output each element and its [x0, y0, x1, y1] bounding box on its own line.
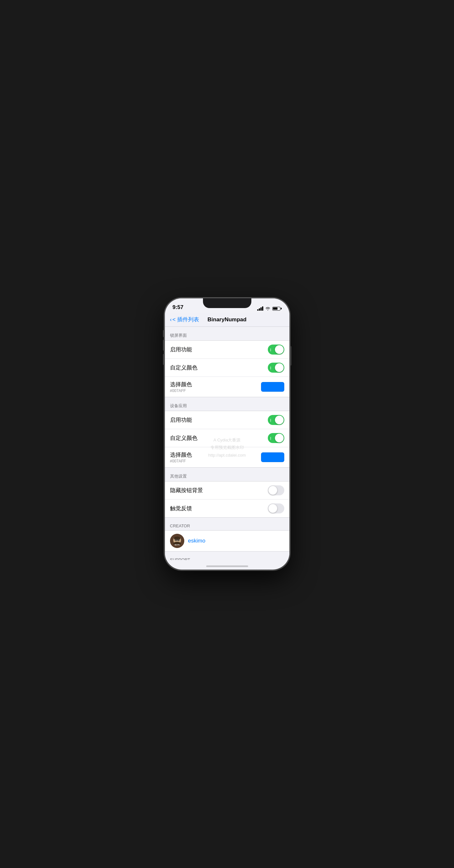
home-indicator [206, 565, 248, 567]
status-icons [257, 306, 282, 311]
lockscreen-custom-color-label: 自定义颜色 [170, 364, 197, 371]
lockscreen-color-picker-row[interactable]: 选择颜色 #007AFF [165, 377, 289, 397]
deviceapp-custom-color-toggle[interactable]: | [268, 433, 284, 443]
deviceapp-enable-toggle[interactable]: | [268, 415, 284, 425]
hide-button-bg-toggle[interactable] [268, 485, 284, 495]
wifi-icon [265, 307, 270, 311]
section-header-creator: CREATOR [165, 518, 289, 530]
deviceapp-color-label: 选择颜色 [170, 451, 192, 459]
lockscreen-settings-group: 启用功能 | 自定义颜色 | 选择颜色 #007A [165, 340, 289, 397]
deviceapp-enable-label: 启用功能 [170, 416, 192, 424]
page-title: BinaryNumpad [207, 316, 247, 323]
signal-icon [257, 306, 263, 311]
toggle-knob [275, 434, 284, 442]
deviceapp-color-label-wrap: 选择颜色 #007AFF [170, 451, 192, 463]
hide-button-bg-row: 隐藏按钮背景 [165, 482, 289, 500]
lockscreen-color-swatch[interactable] [261, 382, 284, 392]
section-header-lockscreen: 锁屏界面 [165, 327, 289, 340]
section-header-other: 其他设置 [165, 468, 289, 481]
creator-row[interactable]: $&!#% eskimo [165, 531, 289, 551]
lockscreen-enable-label: 启用功能 [170, 346, 192, 353]
deviceapp-settings-group: 启用功能 | 自定义颜色 | 选择颜色 #007A [165, 411, 289, 468]
section-header-deviceapp: 设备应用 [165, 397, 289, 411]
toggle-knob [275, 345, 284, 354]
deviceapp-custom-color-label: 自定义颜色 [170, 434, 197, 442]
haptic-feedback-row: 触觉反馈 [165, 500, 289, 517]
lockscreen-color-label-wrap: 选择颜色 #007AFF [170, 381, 192, 393]
creator-avatar: $&!#% [170, 534, 184, 548]
volume-down-button[interactable] [163, 354, 164, 365]
toggle-knob [268, 486, 277, 495]
toggle-knob [275, 363, 284, 372]
section-header-support: SUPPORT [165, 552, 289, 560]
phone-frame: 9:57 [164, 298, 290, 570]
haptic-feedback-label: 触觉反馈 [170, 505, 192, 512]
deviceapp-color-swatch[interactable] [261, 453, 284, 462]
toggle-knob [275, 415, 284, 424]
lockscreen-custom-color-toggle[interactable]: | [268, 363, 284, 373]
hide-button-bg-label: 隐藏按钮背景 [170, 487, 203, 494]
navigation-bar: ‹ < 插件列表 BinaryNumpad [165, 313, 289, 327]
deviceapp-custom-color-row: 自定义颜色 | [165, 429, 289, 447]
svg-point-5 [178, 540, 179, 541]
battery-icon [272, 307, 282, 311]
lockscreen-enable-toggle[interactable]: | [268, 345, 284, 354]
lockscreen-color-sublabel: #007AFF [170, 389, 192, 393]
phone-screen: 9:57 [165, 299, 289, 569]
creator-name: eskimo [188, 538, 205, 544]
haptic-feedback-toggle[interactable] [268, 503, 284, 514]
lockscreen-color-label: 选择颜色 [170, 381, 192, 388]
volume-up-button[interactable] [163, 340, 164, 351]
toggle-knob [268, 504, 277, 513]
power-button[interactable] [290, 346, 291, 366]
settings-content[interactable]: 锁屏界面 启用功能 | 自定义颜色 | [165, 327, 289, 560]
silent-button[interactable] [163, 330, 164, 337]
status-time: 9:57 [173, 304, 184, 311]
back-button[interactable]: ‹ < 插件列表 [170, 316, 199, 323]
lockscreen-custom-color-row: 自定义颜色 | [165, 359, 289, 377]
svg-point-4 [175, 540, 176, 541]
notch [203, 299, 251, 308]
svg-text:$&!#%: $&!#% [174, 544, 180, 546]
deviceapp-enable-row: 启用功能 | [165, 411, 289, 429]
creator-group: $&!#% eskimo [165, 530, 289, 552]
deviceapp-color-picker-row[interactable]: 选择颜色 #007AFF [165, 447, 289, 467]
deviceapp-color-sublabel: #007AFF [170, 459, 192, 463]
other-settings-group: 隐藏按钮背景 触觉反馈 [165, 481, 289, 518]
lockscreen-enable-row: 启用功能 | [165, 341, 289, 359]
